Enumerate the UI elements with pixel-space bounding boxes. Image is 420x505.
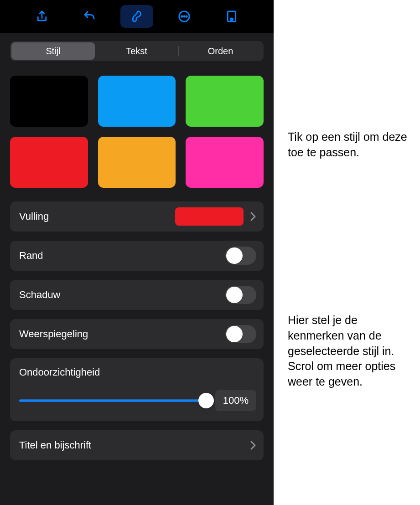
shadow-row[interactable]: Schaduw <box>10 280 264 310</box>
presenter-button[interactable] <box>215 5 248 28</box>
more-button[interactable] <box>168 5 201 28</box>
title-caption-row[interactable]: Titel en bijschrift <box>10 430 264 460</box>
callout-apply-style: Tik op een stijl om deze toe te passen. <box>288 129 415 160</box>
callout-bracket <box>274 80 283 196</box>
share-button[interactable] <box>26 5 58 28</box>
reflection-toggle[interactable] <box>225 325 256 343</box>
border-toggle[interactable] <box>225 247 256 265</box>
style-swatch[interactable] <box>10 137 88 188</box>
undo-button[interactable] <box>73 5 106 28</box>
style-swatch[interactable] <box>186 76 264 127</box>
top-toolbar <box>0 0 274 33</box>
format-inspector: Stijl Tekst Orden Vulling Rand <box>0 0 274 505</box>
opacity-value[interactable]: 100% <box>215 390 256 411</box>
style-swatch[interactable] <box>186 137 264 188</box>
svg-point-1 <box>181 16 183 17</box>
reflection-row[interactable]: Weerspiegeling <box>10 319 264 349</box>
reflection-label: Weerspiegeling <box>19 328 225 340</box>
fill-row[interactable]: Vulling <box>10 201 264 232</box>
shadow-toggle[interactable] <box>225 286 256 304</box>
chevron-right-icon <box>250 211 256 222</box>
title-caption-label: Titel en bijschrift <box>19 439 250 451</box>
shadow-label: Schaduw <box>19 289 225 301</box>
format-brush-button[interactable] <box>120 5 153 28</box>
border-label: Rand <box>19 250 225 262</box>
more-icon <box>177 10 191 23</box>
svg-point-6 <box>231 19 232 20</box>
undo-icon <box>83 10 96 23</box>
border-row[interactable]: Rand <box>10 241 264 271</box>
style-swatch[interactable] <box>98 76 176 127</box>
opacity-slider[interactable] <box>19 392 206 409</box>
fill-color-chip <box>175 207 244 226</box>
style-swatch-grid <box>10 76 264 188</box>
tab-style[interactable]: Stijl <box>11 42 95 60</box>
style-swatch[interactable] <box>10 76 88 127</box>
inspector-tabs: Stijl Tekst Orden <box>10 41 264 61</box>
callout-bracket <box>274 207 283 453</box>
svg-point-2 <box>184 16 185 17</box>
style-rows: Vulling Rand Schaduw Weerspiegeling Ondo… <box>10 201 264 460</box>
share-icon <box>35 10 49 23</box>
chevron-right-icon <box>250 440 256 450</box>
inspector-panel: Stijl Tekst Orden Vulling Rand <box>0 33 274 505</box>
opacity-label: Ondoorzichtigheid <box>19 366 256 378</box>
fill-label: Vulling <box>19 211 175 222</box>
tab-text[interactable]: Tekst <box>95 42 178 60</box>
svg-point-3 <box>186 16 187 17</box>
brush-icon <box>130 10 144 23</box>
opacity-row: Ondoorzichtigheid 100% <box>10 358 264 421</box>
tab-order[interactable]: Orden <box>179 42 262 60</box>
style-swatch[interactable] <box>98 137 176 188</box>
callout-set-attributes: Hier stel je de kenmerken van de geselec… <box>288 313 415 390</box>
preview-icon <box>225 10 239 23</box>
